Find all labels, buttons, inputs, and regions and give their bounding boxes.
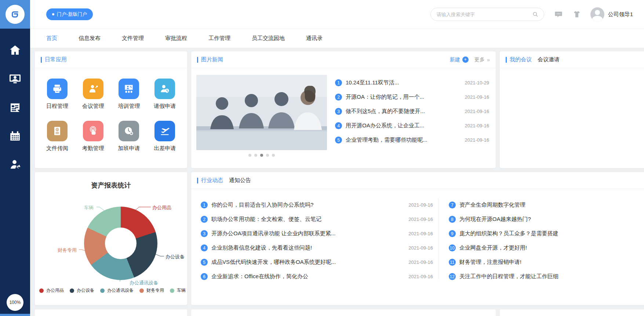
industry-item[interactable]: 12 关注工作中的日程管理，才能让工作巨细: [449, 269, 644, 284]
tab-meeting-invites[interactable]: 会议邀请: [538, 56, 560, 63]
app-schedule[interactable]: 日程管理: [39, 79, 75, 110]
news-item[interactable]: 5 企业管理考勤，需要哪些功能呢... 2021-09-16: [335, 133, 489, 147]
industry-item[interactable]: 11 财务管理，注意报销申请!: [449, 255, 644, 269]
app-logo[interactable]: [0, 0, 30, 29]
news-photo[interactable]: [196, 75, 327, 150]
user-settings-icon[interactable]: [0, 150, 30, 179]
news-item[interactable]: 1 10.24至11.11双节活... 2021-10-29: [335, 76, 489, 90]
chevrons-right-icon[interactable]: »: [487, 57, 490, 63]
industry-item[interactable]: 2 职场办公常用功能：全文检索、便签、云笔记 2021-09-16: [201, 212, 433, 226]
item-number-badge: 7: [449, 201, 456, 208]
legend-item[interactable]: 办公通讯设备: [100, 287, 134, 294]
news-item-date: 2021-09-16: [465, 94, 490, 100]
legend-item[interactable]: 办公设备: [70, 287, 94, 294]
section-accent-bar: [197, 57, 198, 63]
nav-tab-work[interactable]: 工作管理: [208, 35, 230, 42]
industry-item[interactable]: 3 开源办公OA项目通讯录功能 让企业内部联系更紧... 2021-09-16: [201, 226, 433, 241]
item-number-badge: 3: [201, 230, 208, 237]
plus-icon[interactable]: +: [462, 57, 469, 63]
legend-label: 车辆: [177, 287, 186, 294]
search-box[interactable]: [430, 8, 544, 21]
search-input[interactable]: [437, 12, 532, 17]
item-number-badge: 10: [449, 244, 456, 251]
news-item-title: 企业管理考勤，需要哪些功能呢...: [346, 137, 460, 144]
legend-item[interactable]: 车辆: [170, 287, 186, 294]
tab-industry-news[interactable]: 行业动态: [201, 177, 223, 184]
app-overtime[interactable]: 加班申请: [111, 121, 147, 152]
carousel-dot[interactable]: [248, 154, 251, 157]
news-item[interactable]: 4 用开源OA办公系统，让企业工... 2021-09-16: [335, 119, 489, 133]
industry-item-date: 2021-09-16: [408, 274, 433, 279]
legend-dot: [100, 288, 105, 293]
home-icon[interactable]: [0, 36, 30, 65]
nav-tab-approval[interactable]: 审批流程: [165, 35, 187, 42]
sidebar-bottom-strip: [0, 314, 30, 316]
item-number-badge: 6: [201, 273, 208, 280]
top-header: 门户-新版门户 公司领导1: [30, 0, 644, 29]
news-item-date: 2021-10-29: [465, 80, 490, 86]
user-name[interactable]: 公司领导1: [608, 11, 633, 18]
tab-notices[interactable]: 通知公告: [229, 177, 251, 184]
app-meeting[interactable]: 会议管理: [75, 79, 111, 110]
pie-label-comm-equipment: 办公通讯设备: [130, 280, 158, 286]
legend-item[interactable]: 财务专用: [139, 287, 164, 294]
item-number-badge: 2: [201, 216, 208, 223]
item-number-badge: 5: [335, 137, 342, 144]
industry-item[interactable]: 4 企业别急着信息化建设，先看看这些问题! 2021-09-16: [201, 241, 433, 255]
industry-item-title: 成品VS低代码快速开发，哪种政务OA系统更好呢...: [211, 259, 404, 266]
leave-icon: [154, 79, 175, 99]
app-training[interactable]: 培训管理: [111, 79, 147, 110]
industry-left-column: 1 你的公司，目前适合引入协同办公系统吗? 2021-09-16 2 职场办公常…: [201, 198, 433, 284]
carousel-dot[interactable]: [254, 154, 257, 157]
app-attendance[interactable]: 考勤管理: [75, 121, 111, 152]
industry-item[interactable]: 9 庞大的组织架构？员工众多？是需要搭建: [449, 226, 644, 241]
app-label: 加班申请: [118, 145, 140, 152]
nav-tab-info[interactable]: 信息发布: [79, 35, 101, 42]
nav-tab-home[interactable]: 首页: [46, 35, 57, 42]
portal-tab[interactable]: 门户-新版门户: [46, 8, 93, 20]
news-item[interactable]: 3 做不到这5点，真的不要随便开... 2021-09-16: [335, 104, 489, 119]
calendar-icon[interactable]: [0, 122, 30, 150]
theme-skin-icon[interactable]: [573, 10, 581, 18]
column-divider: [438, 198, 439, 279]
tab-my-meetings[interactable]: 我的会议: [510, 56, 532, 63]
industry-item[interactable]: 1 你的公司，目前适合引入协同办公系统吗? 2021-09-16: [201, 198, 433, 212]
user-avatar[interactable]: [590, 7, 604, 21]
messages-icon[interactable]: [554, 10, 563, 18]
industry-item[interactable]: 10 企业网盘全开源，才更好用!: [449, 241, 644, 255]
item-number-badge: 12: [449, 273, 456, 280]
donut-chart: 办公用品 办公设备 办公通讯设备 财务专用 车辆: [35, 190, 187, 282]
nav-tab-community[interactable]: 员工交流园地: [252, 35, 285, 42]
industry-item[interactable]: 5 成品VS低代码快速开发，哪种政务OA系统更好呢... 2021-09-16: [201, 255, 433, 269]
donut-slices[interactable]: [84, 207, 157, 280]
item-number-badge: 3: [335, 108, 342, 115]
nav-tab-files[interactable]: 文件管理: [122, 35, 144, 42]
carousel-dot[interactable]: [266, 154, 269, 157]
app-label: 考勤管理: [82, 145, 104, 152]
news-item[interactable]: 2 开源OA：让你的笔记，用一个... 2021-09-16: [335, 90, 489, 104]
new-link[interactable]: 新建: [450, 57, 460, 63]
carousel-dots: [196, 154, 327, 157]
industry-item[interactable]: 7 资产全生命周期数字化管理: [449, 198, 644, 212]
carousel-dot[interactable]: [260, 154, 263, 157]
zoom-level-badge[interactable]: 100%: [7, 294, 23, 311]
industry-item-title: 资产全生命周期数字化管理: [459, 201, 644, 208]
legend-dot: [170, 288, 174, 293]
section-accent-bar: [197, 178, 198, 184]
search-icon[interactable]: [532, 11, 539, 18]
carousel-dot[interactable]: [272, 154, 275, 157]
portal-page: 100% 门户-新版门户 公司领导1 首页: [0, 0, 644, 316]
app-business-trip[interactable]: 出差申请: [147, 121, 183, 152]
app-leave[interactable]: 请假申请: [147, 79, 183, 110]
news-icon[interactable]: [0, 93, 30, 122]
more-link[interactable]: 更多: [474, 57, 485, 63]
industry-item[interactable]: 6 企业新追求：Office在线协作，简化办公 2021-09-16: [201, 269, 433, 284]
industry-item[interactable]: 8 为何现在开源OA越来越热门?: [449, 212, 644, 226]
logo-icon: [6, 5, 25, 24]
app-document-circulation[interactable]: 文件传阅: [39, 121, 75, 152]
legend-item[interactable]: 办公用品: [39, 287, 64, 294]
video-meeting-icon[interactable]: [0, 65, 30, 93]
item-number-badge: 4: [335, 122, 342, 129]
nav-tab-contacts[interactable]: 通讯录: [306, 35, 323, 42]
industry-item-title: 庞大的组织架构？员工众多？是需要搭建: [459, 230, 644, 237]
